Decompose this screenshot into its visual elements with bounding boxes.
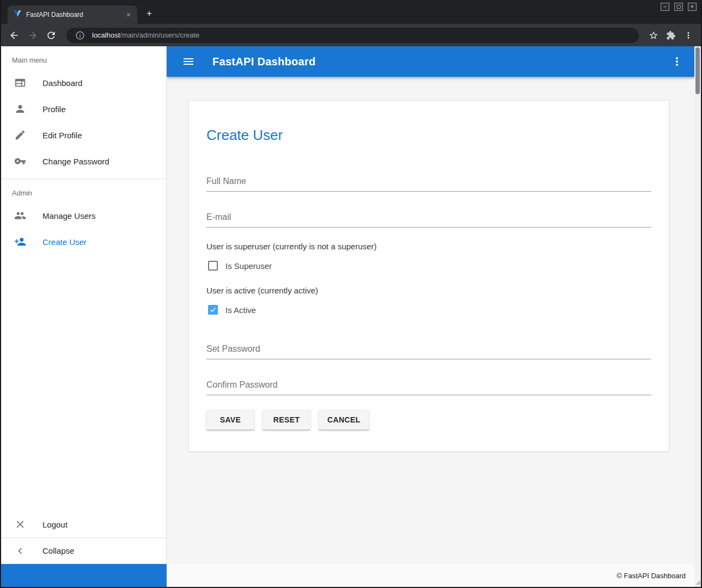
confirm-password-input[interactable]	[206, 373, 651, 395]
sidebar-spacer	[1, 255, 166, 511]
sidebar-item-label: Collapse	[42, 546, 74, 555]
back-button[interactable]	[7, 28, 22, 43]
dashboard-icon	[14, 77, 26, 89]
url-path: /main/admin/users/create	[120, 31, 199, 39]
sidebar-item-label: Profile	[42, 105, 66, 114]
app-bar: FastAPI Dashboard	[167, 46, 694, 77]
person-icon	[14, 103, 26, 115]
is-active-label[interactable]: Is Active	[225, 305, 256, 315]
new-tab-button[interactable]: +	[143, 7, 156, 20]
app-footer: © FastAPI Dashboard	[1, 564, 701, 587]
window-controls: – ▢ ×	[661, 3, 697, 11]
tab-title: FastAPI Dashboard	[26, 11, 120, 19]
key-icon	[14, 155, 26, 167]
browser-menu-kebab-icon[interactable]	[681, 28, 695, 42]
full-name-field-wrap	[206, 170, 651, 192]
extensions-icon[interactable]	[664, 28, 678, 42]
forward-button[interactable]	[25, 28, 40, 43]
page-info-icon[interactable]	[73, 28, 87, 42]
bookmark-star-icon[interactable]	[646, 28, 661, 42]
is-active-checkbox[interactable]	[208, 305, 218, 315]
sidebar-item-dashboard[interactable]: Dashboard	[1, 70, 166, 96]
app-viewport: © FastAPI Dashboard Main menu Dashboard …	[1, 46, 701, 587]
tab-strip: FastAPI Dashboard × + – ▢ ×	[1, 0, 701, 24]
person-add-icon	[14, 236, 26, 248]
sidebar-item-manage-users[interactable]: Manage Users	[1, 203, 166, 229]
page-scrollbar[interactable]	[694, 46, 701, 587]
superuser-hint: User is superuser (currently is not a su…	[206, 242, 651, 251]
superuser-checkbox-row: Is Superuser	[208, 261, 651, 271]
sidebar-item-logout[interactable]: Logout	[1, 511, 166, 537]
is-superuser-label[interactable]: Is Superuser	[225, 261, 272, 271]
is-superuser-checkbox[interactable]	[208, 261, 218, 271]
sidebar-item-profile[interactable]: Profile	[1, 96, 166, 122]
url-bar[interactable]: localhost/main/admin/users/create	[66, 28, 639, 43]
sidebar-section-admin: Admin	[1, 179, 166, 203]
browser-toolbar: localhost/main/admin/users/create	[1, 24, 701, 46]
url-text: localhost/main/admin/users/create	[92, 31, 199, 39]
window-minimize-button[interactable]: –	[661, 3, 669, 11]
browser-window: FastAPI Dashboard × + – ▢ × localhost/ma…	[0, 0, 702, 588]
sidebar-item-label: Logout	[42, 520, 68, 529]
reset-button[interactable]: RESET	[263, 409, 310, 430]
sidebar-item-label: Edit Profile	[42, 131, 82, 140]
cancel-button[interactable]: CANCEL	[319, 409, 369, 430]
hamburger-menu-icon[interactable]	[179, 52, 198, 71]
scroll-corner-grip	[695, 580, 700, 585]
checkmark-icon	[209, 306, 217, 314]
email-input[interactable]	[206, 206, 651, 228]
footer-inner: © FastAPI Dashboard	[167, 564, 694, 587]
active-hint: User is active (currently active)	[206, 286, 651, 295]
full-name-input[interactable]	[206, 170, 651, 192]
sidebar-collapse-button[interactable]: Collapse	[1, 537, 166, 564]
tab-close-icon[interactable]: ×	[124, 10, 133, 19]
create-user-card: Create User User is superuser (currently…	[188, 100, 669, 452]
scrollbar-thumb[interactable]	[695, 47, 700, 94]
reload-button[interactable]	[44, 28, 59, 43]
window-close-button[interactable]: ×	[688, 3, 697, 11]
sidebar-section-main-menu: Main menu	[1, 46, 166, 70]
save-button[interactable]: SAVE	[206, 409, 254, 430]
set-password-input[interactable]	[206, 338, 651, 359]
sidebar-item-edit-profile[interactable]: Edit Profile	[1, 122, 166, 148]
footer-copyright: © FastAPI Dashboard	[616, 572, 686, 580]
appbar-kebab-icon[interactable]	[667, 52, 687, 71]
page-content: Create User User is superuser (currently…	[167, 77, 694, 452]
appbar-title: FastAPI Dashboard	[212, 56, 316, 68]
main-area: FastAPI Dashboard Create User User is su…	[167, 46, 694, 564]
sidebar-item-label: Manage Users	[42, 211, 96, 220]
url-host: localhost	[92, 31, 120, 39]
email-field-wrap	[206, 206, 651, 228]
chevron-left-icon	[14, 545, 26, 557]
confirm-password-field-wrap	[206, 373, 651, 395]
sidebar-item-create-user[interactable]: Create User	[1, 229, 166, 255]
pencil-icon	[14, 129, 26, 141]
browser-tab[interactable]: FastAPI Dashboard ×	[8, 5, 137, 24]
form-buttons-row: SAVE RESET CANCEL	[206, 409, 651, 430]
sidebar-item-label: Dashboard	[42, 78, 82, 88]
set-password-field-wrap	[206, 338, 651, 359]
sidebar-item-change-password[interactable]: Change Password	[1, 148, 166, 174]
active-checkbox-row: Is Active	[208, 305, 651, 315]
sidebar-item-label: Change Password	[42, 157, 109, 166]
people-icon	[14, 210, 26, 222]
sidebar: Main menu Dashboard Profile Edit Profile	[1, 46, 167, 564]
window-maximize-button[interactable]: ▢	[674, 3, 683, 11]
page-title: Create User	[206, 127, 651, 144]
close-icon	[14, 518, 26, 530]
sidebar-item-label: Create User	[42, 237, 87, 247]
vuetify-favicon-icon	[13, 9, 22, 20]
